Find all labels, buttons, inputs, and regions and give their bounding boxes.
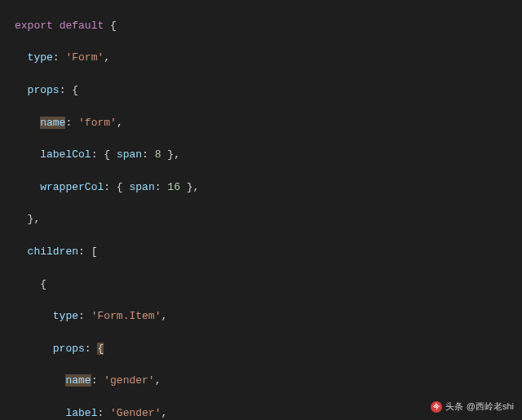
property: label [65,407,97,419]
code-line: type: 'Form', [0,50,522,66]
string: 'Gender' [110,407,161,419]
code-editor[interactable]: export default { type: 'Form', props: { … [0,0,522,420]
watermark-icon: 今 [431,401,442,413]
property: span [117,148,142,161]
code-line: props: { [0,82,522,99]
code-line: props: { [0,341,522,357]
code-line: export default { [0,18,522,34]
watermark-prefix: 头条 [445,399,463,415]
number: 16 [167,181,180,193]
property-highlighted: name [40,117,65,129]
code-line: name: 'gender', [0,373,522,389]
property: span [129,181,154,193]
string: 'Form' [65,51,104,64]
property: labelCol [40,148,91,161]
watermark-author: @西岭老shi [467,399,514,415]
string: 'gender' [104,374,154,387]
property: type [28,51,53,64]
code-line: name: 'form', [0,115,522,131]
number: 8 [155,148,161,161]
code-line: type: 'Form.Item', [0,308,522,325]
property: props [28,84,60,96]
watermark: 今 头条 @西岭老shi [431,399,514,415]
code-line: wrapperCol: { span: 16 }, [0,179,522,196]
keyword-default: default [60,20,104,32]
property: props [53,343,85,355]
code-line: labelCol: { span: 8 }, [0,147,522,163]
string: 'Form.Item' [91,310,161,322]
property: type [53,310,78,322]
string: 'form' [78,117,117,129]
code-line: children: [ [0,244,522,260]
code-line: { [0,276,522,293]
code-line: }, [0,211,522,228]
property: wrapperCol [40,181,104,193]
property: children [28,245,78,258]
keyword-export: export [15,20,53,32]
property-highlighted: name [65,374,91,387]
